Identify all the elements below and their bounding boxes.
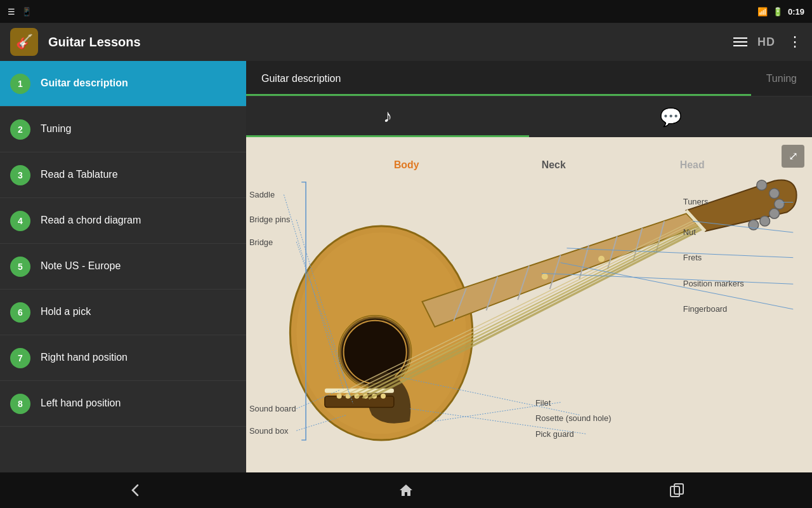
- battery-icon: 🔋: [773, 7, 783, 17]
- svg-point-30: [757, 180, 767, 190]
- sidebar-item-right-hand[interactable]: 7 Right hand position: [0, 335, 246, 381]
- item-number-4: 4: [10, 211, 30, 231]
- recents-button[interactable]: [658, 478, 696, 503]
- app-title: Guitar Lessons: [48, 35, 723, 50]
- tab-tuning-label: Tuning: [766, 73, 797, 84]
- android-icon: ☰: [8, 7, 15, 17]
- pick-guard-text: Pick guard: [535, 429, 574, 439]
- icon-tab-music[interactable]: ♪: [246, 97, 529, 137]
- status-right: 📶 🔋 0:19: [757, 7, 804, 17]
- icon-tab-chat[interactable]: 💬: [529, 97, 812, 137]
- sidebar-item-tuning[interactable]: 2 Tuning: [0, 107, 246, 152]
- nav-bar: [0, 472, 812, 508]
- app-icon-small: 📱: [22, 7, 32, 17]
- saddle-text: Saddle: [249, 190, 275, 199]
- svg-point-11: [381, 394, 386, 399]
- fullscreen-button[interactable]: ⤢: [782, 145, 804, 168]
- sidebar-label-2: Tuning: [41, 123, 71, 136]
- sidebar-item-note-us-europe[interactable]: 5 Note US - Europe: [0, 244, 246, 290]
- app-bar: 🎸 Guitar Lessons HD ⋮: [0, 23, 812, 61]
- svg-line-48: [561, 263, 794, 309]
- sidebar-label-1: Guitar description: [41, 77, 128, 90]
- sidebar-label-3: Read a Tablature: [41, 168, 118, 182]
- fingerboard-text: Fingerboard: [683, 304, 727, 314]
- icon-tabs: ♪ 💬: [246, 97, 812, 137]
- item-number-6: 6: [10, 302, 30, 323]
- sidebar-item-hold-pick[interactable]: 6 Hold a pick: [0, 290, 246, 335]
- main-content: 1 Guitar description 2 Tuning 3 Read a T…: [0, 61, 812, 472]
- tab-tuning[interactable]: Tuning: [751, 61, 812, 96]
- nut-text: Nut: [683, 227, 696, 237]
- hd-label: HD: [757, 36, 775, 49]
- item-number-7: 7: [10, 348, 30, 368]
- sidebar-label-8: Left hand position: [41, 397, 121, 410]
- svg-point-31: [769, 189, 780, 199]
- sound-box-text: Sound box: [249, 426, 289, 436]
- right-panel: Guitar description Tuning ♪ 💬 ⤢ Body Nec…: [246, 61, 812, 472]
- sidebar-label-6: Hold a pick: [41, 305, 91, 319]
- sidebar-item-guitar-description[interactable]: 1 Guitar description: [0, 61, 246, 107]
- sidebar-item-chord-diagram[interactable]: 4 Read a chord diagram: [0, 198, 246, 244]
- top-nav: Guitar description Tuning: [246, 61, 812, 97]
- wifi-icon: 📶: [757, 7, 768, 17]
- bridge-text: Bridge: [249, 237, 273, 247]
- item-number-8: 8: [10, 394, 30, 414]
- app-icon: 🎸: [10, 28, 38, 56]
- time-display: 0:19: [788, 7, 804, 17]
- position-markers-text: Position markers: [683, 279, 744, 288]
- back-button[interactable]: [116, 478, 154, 503]
- head-label: Head: [680, 159, 705, 170]
- svg-point-21: [542, 273, 548, 279]
- guitar-diagram-area: ⤢ Body Neck Head: [246, 137, 812, 472]
- neck-label: Neck: [542, 159, 566, 170]
- hamburger-menu[interactable]: [733, 37, 747, 46]
- item-number-1: 1: [10, 74, 30, 94]
- tab-guitar-description-label: Guitar description: [261, 73, 341, 84]
- guitar-svg: Body Neck Head: [246, 137, 812, 472]
- svg-point-22: [598, 256, 605, 262]
- item-number-5: 5: [10, 257, 30, 277]
- frets-text: Frets: [683, 253, 702, 262]
- music-icon: ♪: [383, 106, 392, 126]
- sidebar: 1 Guitar description 2 Tuning 3 Read a T…: [0, 61, 246, 472]
- sidebar-label-7: Right hand position: [41, 351, 128, 364]
- status-left: ☰ 📱: [8, 7, 32, 17]
- tuners-text: Tuners: [683, 197, 709, 206]
- sound-board-text: Sound board: [249, 404, 296, 413]
- tab-guitar-description[interactable]: Guitar description: [246, 61, 751, 96]
- sidebar-item-tablature[interactable]: 3 Read a Tablature: [0, 152, 246, 198]
- more-options-icon[interactable]: ⋮: [788, 34, 802, 50]
- status-bar: ☰ 📱 📶 🔋 0:19: [0, 0, 812, 23]
- sidebar-item-left-hand[interactable]: 8 Left hand position: [0, 381, 246, 427]
- bridge-pins-text: Bridge pins: [249, 215, 290, 224]
- rosette-text: Rosette (sound hole): [535, 413, 612, 423]
- chat-icon: 💬: [660, 107, 682, 128]
- svg-point-33: [769, 208, 780, 218]
- svg-point-3: [344, 321, 407, 384]
- sidebar-label-5: Note US - Europe: [41, 260, 121, 273]
- body-label: Body: [394, 159, 419, 170]
- item-number-2: 2: [10, 119, 30, 140]
- item-number-3: 3: [10, 165, 30, 185]
- svg-point-34: [760, 216, 770, 226]
- svg-point-32: [775, 199, 785, 209]
- filet-text: Filet: [535, 398, 551, 408]
- app-bar-right: HD ⋮: [757, 34, 802, 50]
- home-button[interactable]: [387, 478, 425, 503]
- sidebar-label-4: Read a chord diagram: [41, 214, 141, 227]
